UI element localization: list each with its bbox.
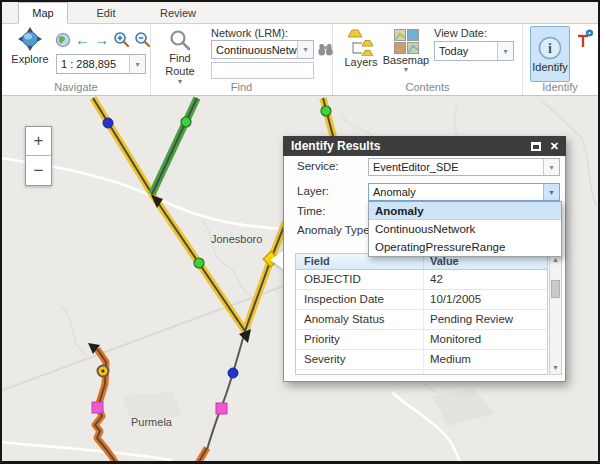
dropdown-option-operatingpressurerange[interactable]: OperatingPressureRange: [369, 238, 561, 256]
explore-button[interactable]: Explore: [8, 27, 52, 65]
maximize-icon[interactable]: [531, 142, 541, 151]
group-navigate: Explore ← →: [2, 24, 151, 95]
map-zoom-control: + −: [25, 126, 52, 186]
explore-label: Explore: [11, 53, 48, 65]
field-cell: Date Closed: [296, 370, 424, 375]
green-point-marker[interactable]: [321, 106, 331, 116]
scale-dropdown-icon[interactable]: ▾: [129, 55, 145, 73]
route-gray[interactable]: [206, 331, 245, 453]
find-route-button[interactable]: Find Route ▾: [159, 28, 201, 85]
view-date-label: View Date:: [434, 27, 487, 39]
dropdown-option-continuousnetwork[interactable]: ContinuousNetwork: [369, 220, 561, 238]
scrollbar-down-icon[interactable]: ▼: [550, 362, 561, 374]
network-dropdown-icon[interactable]: ▾: [297, 41, 313, 58]
network-lrm-label: Network (LRM):: [211, 27, 288, 39]
table-row: Severity Medium: [296, 350, 547, 370]
svg-text:i: i: [548, 41, 552, 56]
close-icon[interactable]: ✕: [550, 140, 559, 153]
table-row: Anomaly Status Pending Review: [296, 310, 547, 330]
basemap-button[interactable]: Basemap ▾: [384, 29, 428, 73]
network-value: ContinuousNetwork: [212, 44, 297, 56]
identify-button[interactable]: i Identify: [530, 26, 570, 82]
dialog-title: Identify Results: [291, 139, 380, 153]
anomaly-type-label: Anomaly Type:: [297, 224, 373, 236]
field-cell: Anomaly Status: [296, 310, 424, 329]
pink-square-marker[interactable]: [216, 403, 227, 414]
tab-map[interactable]: Map: [18, 2, 68, 24]
group-contents: Layers Basemap ▾ View Date:: [333, 24, 523, 95]
table-row: Date Closed <null>: [296, 370, 547, 375]
table-row: Priority Monitored: [296, 330, 547, 350]
navigate-group-label: Navigate: [2, 81, 150, 93]
route-green-casing: [152, 98, 197, 194]
layer-combobox[interactable]: Anomaly ▾: [368, 183, 560, 201]
map-zoom-out-button[interactable]: −: [26, 156, 51, 185]
dropdown-option-anomaly[interactable]: Anomaly: [369, 202, 561, 220]
pink-square-marker[interactable]: [92, 402, 103, 413]
group-find: Find Route ▾ Network (LRM): ContinuousNe…: [151, 24, 333, 95]
service-label: Service:: [297, 160, 339, 172]
town-label-jonesboro: Jonesboro: [211, 233, 262, 245]
value-cell: 10/1/2005: [424, 290, 547, 309]
map-canvas[interactable]: Jonesboro Purmela + − Identify Results ✕…: [2, 96, 598, 461]
find-group-label: Find: [151, 81, 332, 93]
tab-edit[interactable]: Edit: [80, 2, 132, 24]
view-date-dropdown-icon[interactable]: ▾: [497, 42, 513, 60]
dialog-callout-pointer: [270, 251, 283, 269]
back-arrow-icon[interactable]: ←: [75, 32, 90, 48]
binoculars-icon[interactable]: [317, 42, 334, 57]
scale-combobox[interactable]: 1 : 288,895 ▾: [56, 54, 146, 74]
value-cell: 42: [424, 270, 547, 289]
find-route-input[interactable]: [211, 62, 314, 79]
zoom-in-icon[interactable]: [113, 31, 130, 48]
green-point-marker[interactable]: [181, 117, 191, 127]
view-date-combobox[interactable]: Today ▾: [434, 41, 514, 61]
ribbon-tabs: Map Edit Review: [2, 2, 598, 24]
app-window: Map Edit Review Explore: [0, 0, 600, 464]
forward-arrow-icon[interactable]: →: [94, 32, 109, 48]
find-route-label: Find Route: [163, 52, 197, 78]
attribute-table: Field Value OBJECTID 42 Inspection Date …: [295, 253, 548, 375]
scale-value: 1 : 288,895: [57, 58, 129, 70]
yellow-ring-marker-dot: [101, 369, 104, 372]
scrollbar-thumb[interactable]: [551, 280, 560, 298]
town-label-purmela: Purmela: [131, 416, 173, 428]
field-cell: Severity: [296, 350, 424, 369]
identify-group-label: Identify: [523, 81, 597, 93]
table-row: OBJECTID 42: [296, 270, 547, 290]
layers-icon: [347, 29, 375, 56]
basemap-icon: [394, 29, 419, 54]
green-point-marker[interactable]: [194, 258, 204, 268]
layers-button[interactable]: Layers: [342, 29, 380, 68]
identify-route-icon[interactable]: [575, 29, 595, 49]
network-combobox[interactable]: ContinuousNetwork ▾: [211, 40, 314, 59]
value-cell: Medium: [424, 350, 547, 369]
service-value: EventEditor_SDE: [369, 161, 543, 173]
layer-label: Layer:: [297, 185, 329, 197]
service-combobox[interactable]: EventEditor_SDE ▾: [368, 158, 560, 176]
blue-point-marker[interactable]: [103, 118, 113, 128]
value-cell: Pending Review: [424, 310, 547, 329]
identify-info-icon: i: [537, 35, 563, 61]
layers-label: Layers: [344, 56, 377, 68]
view-date-value: Today: [435, 45, 497, 57]
full-extent-globe-icon[interactable]: [55, 32, 71, 48]
dialog-body: Service: EventEditor_SDE ▾ Layer: Anomal…: [283, 156, 566, 382]
layer-dropdown-icon[interactable]: ▾: [543, 184, 559, 200]
table-scrollbar[interactable]: ▲ ▼: [549, 253, 562, 375]
tab-review[interactable]: Review: [148, 2, 208, 24]
group-identify: i Identify Identify: [523, 24, 597, 95]
contents-group-label: Contents: [333, 81, 522, 93]
map-zoom-in-button[interactable]: +: [26, 127, 51, 156]
find-route-magnifier-icon: [168, 28, 192, 52]
layer-dropdown-list: Anomaly ContinuousNetwork OperatingPress…: [368, 201, 562, 257]
service-dropdown-icon[interactable]: ▾: [543, 159, 559, 175]
time-label: Time:: [297, 205, 325, 217]
dialog-titlebar[interactable]: Identify Results ✕: [283, 136, 566, 156]
blue-point-marker[interactable]: [228, 368, 238, 378]
value-cell: <null>: [424, 370, 547, 375]
zoom-out-icon[interactable]: [134, 31, 151, 48]
ribbon: Map Edit Review Explore: [2, 2, 598, 96]
table-row: Inspection Date 10/1/2005: [296, 290, 547, 310]
value-cell: Monitored: [424, 330, 547, 349]
